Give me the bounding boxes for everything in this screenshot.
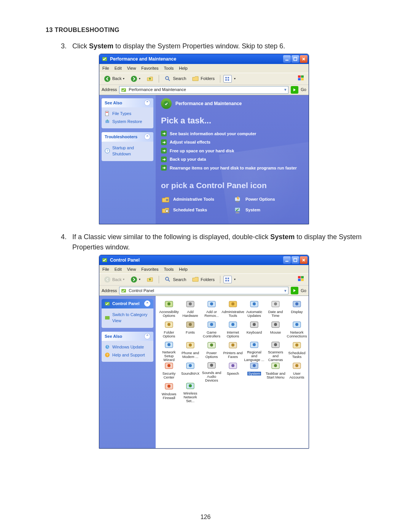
menu-favorites[interactable]: Favorites	[141, 65, 158, 72]
minimize-button[interactable]	[283, 256, 291, 264]
svg-point-63	[167, 323, 170, 326]
views-dropdown-arrow-icon[interactable]: ▾	[234, 277, 236, 282]
svg-point-51	[189, 302, 192, 305]
cp-icon-printers-and-faxes[interactable]: Printers and Faxes	[223, 340, 243, 360]
folders-button[interactable]: Folders	[190, 275, 217, 284]
cp-icon-internet-options[interactable]: Internet Options	[223, 320, 243, 339]
cp-icon-add-hardware[interactable]: Add Hardware	[180, 299, 201, 319]
go-button[interactable]	[291, 287, 298, 294]
svg-point-65	[189, 323, 192, 326]
cp-icon-network-connections[interactable]: Network Connections	[287, 320, 307, 339]
cp-scheduled-tasks[interactable]: Scheduled Tasks	[161, 206, 218, 214]
link-help-support[interactable]: ?Help and Support	[105, 351, 150, 359]
cp-icon-date-and-time[interactable]: Date and Time	[265, 299, 286, 319]
menu-file[interactable]: File	[102, 266, 109, 273]
cp-icon-fonts[interactable]: Fonts	[180, 320, 201, 339]
views-dropdown-arrow-icon[interactable]: ▾	[234, 77, 236, 81]
cp-icon-user-accounts[interactable]: User Accounts	[287, 361, 307, 380]
cp-icon-wireless-network-set[interactable]: Wireless Network Set...	[180, 381, 201, 401]
link-system-restore[interactable]: System Restore	[105, 118, 150, 126]
menu-tools[interactable]: Tools	[164, 65, 174, 72]
forward-button[interactable]: ▾	[128, 275, 143, 284]
collapse-icon[interactable]: ⌃	[144, 100, 150, 106]
address-input[interactable]: Control Panel ▾	[119, 287, 288, 294]
cp-icon-mouse[interactable]: Mouse	[265, 320, 286, 339]
titlebar[interactable]: Performance and Maintenance	[99, 54, 309, 64]
task-adjust-visual[interactable]: ➔Adjust visual effects	[161, 139, 303, 145]
svg-rect-44	[105, 316, 110, 320]
up-button[interactable]	[144, 275, 156, 284]
address-dropdown-icon[interactable]: ▾	[284, 288, 287, 294]
menu-edit[interactable]: Edit	[115, 266, 122, 273]
svg-point-5	[166, 77, 169, 80]
menu-tools[interactable]: Tools	[164, 266, 174, 273]
up-button[interactable]	[144, 75, 156, 83]
link-switch-category-view[interactable]: Switch to Category View	[105, 311, 150, 325]
cp-system[interactable]: System	[233, 206, 290, 214]
cp-icon-display[interactable]: Display	[287, 299, 307, 319]
close-button[interactable]	[300, 256, 307, 264]
address-dropdown-icon[interactable]: ▾	[284, 86, 287, 93]
cp-icon-scheduled-tasks[interactable]: Scheduled Tasks	[287, 340, 307, 360]
cp-icon-security-center[interactable]: Security Center	[159, 361, 179, 380]
close-button[interactable]	[300, 55, 307, 63]
search-button[interactable]: Search	[162, 275, 188, 284]
link-file-types[interactable]: File Types	[105, 110, 150, 118]
menu-view[interactable]: View	[127, 266, 136, 273]
task-rearrange[interactable]: ➔Rearrange items on your hard disk to ma…	[161, 165, 303, 171]
task-free-space[interactable]: ➔Free up space on your hard disk	[161, 148, 303, 154]
go-button[interactable]	[291, 86, 298, 94]
link-startup-shutdown[interactable]: ?Startup and Shutdown	[105, 144, 150, 158]
menu-file[interactable]: File	[102, 65, 109, 72]
collapse-icon[interactable]: ⌃	[144, 300, 150, 307]
cp-icon-sounds-and-audio-devices[interactable]: Sounds and Audio Devices	[201, 361, 222, 380]
search-button[interactable]: Search	[162, 75, 188, 83]
cp-power-options[interactable]: Power Options	[233, 195, 290, 204]
titlebar[interactable]: Control Panel	[99, 255, 309, 265]
back-button[interactable]: Back ▾	[102, 75, 127, 83]
svg-rect-40	[298, 279, 301, 281]
cp-icon-regional-and-language[interactable]: Regional and Language ...	[244, 340, 264, 360]
cp-icon-keyboard[interactable]: Keyboard	[244, 320, 264, 339]
menu-view[interactable]: View	[127, 65, 136, 72]
task-see-basic-info[interactable]: ➔See basic information about your comput…	[161, 131, 303, 137]
cp-icon-system[interactable]: System	[244, 361, 264, 380]
minimize-button[interactable]	[283, 55, 291, 63]
cp-icon-speech[interactable]: Speech	[223, 361, 243, 380]
cp-icon-folder-options[interactable]: Folder Options	[159, 320, 179, 339]
maximize-button[interactable]	[292, 55, 299, 63]
collapse-icon[interactable]: ⌃	[144, 333, 150, 339]
cp-icon-automatic-updates[interactable]: Automatic Updates	[244, 299, 264, 319]
cp-icon-phone-and-modem[interactable]: Phone and Modem ...	[180, 340, 201, 360]
menu-help[interactable]: Help	[179, 65, 188, 72]
cp-icon-game-controllers[interactable]: Game Controllers	[201, 320, 222, 339]
cp-icon-scanners-and-cameras[interactable]: Scanners and Cameras	[265, 340, 286, 360]
cp-icon-administrative-tools[interactable]: Administrative Tools	[223, 299, 243, 319]
cp-icon-soundmax[interactable]: SoundMAX	[180, 361, 201, 380]
cp-icon-taskbar-and-start-menu[interactable]: Taskbar and Start Menu	[265, 361, 286, 380]
applet-label: Scheduled Tasks	[287, 351, 307, 359]
views-button[interactable]	[223, 276, 232, 283]
applet-icon	[163, 299, 175, 310]
menu-edit[interactable]: Edit	[115, 65, 122, 72]
applet-icon	[163, 361, 175, 371]
folders-button[interactable]: Folders	[190, 75, 217, 83]
cp-icon-windows-firewall[interactable]: Windows Firewall	[159, 381, 179, 401]
collapse-icon[interactable]: ⌃	[144, 134, 150, 140]
applet-icon	[227, 299, 239, 310]
cp-admin-tools[interactable]: Administrative Tools	[161, 195, 218, 204]
cp-icon-power-options[interactable]: Power Options	[201, 340, 222, 360]
cp-icon-accessibility-options[interactable]: Accessibility Options	[159, 299, 179, 319]
address-input[interactable]: Performance and Maintenance ▾	[119, 86, 288, 94]
cp-icon-add-or-remov[interactable]: Add or Remov...	[201, 299, 222, 319]
views-button[interactable]	[223, 75, 232, 83]
link-windows-update[interactable]: Windows Update	[105, 343, 150, 351]
svg-point-53	[210, 302, 213, 305]
task-backup[interactable]: ➔Back up your data	[161, 156, 303, 163]
cp-icon-network-setup-wizard[interactable]: Network Setup Wizard	[159, 340, 179, 360]
menu-help[interactable]: Help	[179, 266, 188, 273]
svg-rect-34	[225, 278, 227, 279]
maximize-button[interactable]	[292, 256, 299, 264]
forward-button[interactable]: ▾	[128, 75, 143, 83]
menu-favorites[interactable]: Favorites	[141, 266, 158, 273]
